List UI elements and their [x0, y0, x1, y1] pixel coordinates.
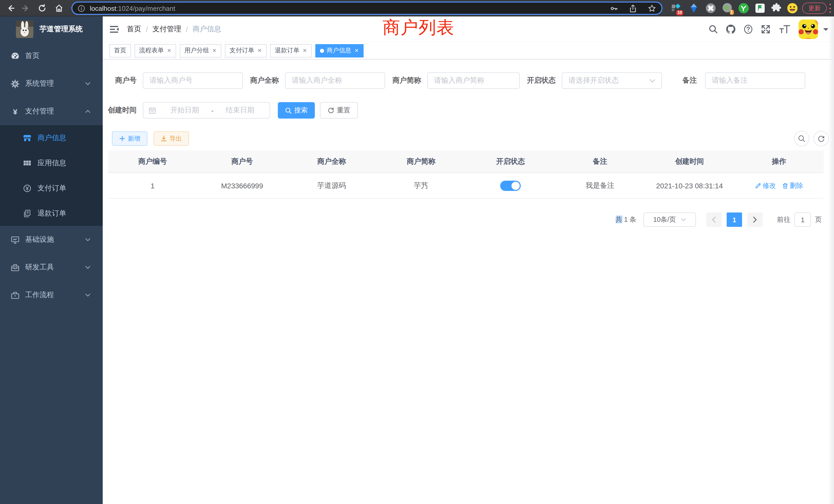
- extension-icon-2[interactable]: [688, 3, 699, 14]
- github-icon[interactable]: [726, 24, 736, 35]
- caret-down-icon[interactable]: [823, 28, 828, 33]
- fullscreen-icon[interactable]: [761, 24, 771, 35]
- sidebar-item-label: 工作流程: [25, 291, 54, 300]
- browser-update-button[interactable]: 更新: [802, 3, 827, 14]
- main-content: 商户号 请输入商户号 商户全称 请输入商户全称 商户简称 请输入商户简称 开启状…: [103, 60, 834, 504]
- sidebar-item-workflow[interactable]: 工作流程: [0, 281, 103, 309]
- tab-user-group[interactable]: 用户分组✕: [180, 44, 221, 57]
- search-icon[interactable]: [708, 24, 719, 35]
- sidebar-item-label: 支付订单: [38, 183, 66, 193]
- extension-badge: 10: [676, 10, 683, 16]
- merchant-table: 商户编号 商户号 商户全称 商户简称 开启状态 备注 创建时间 操作 1 M23…: [108, 151, 824, 199]
- help-icon[interactable]: [743, 24, 753, 35]
- close-icon[interactable]: ✕: [354, 48, 359, 53]
- extension-icon-5[interactable]: [738, 3, 749, 14]
- site-info-icon[interactable]: [78, 4, 85, 12]
- add-button[interactable]: 新增: [112, 131, 147, 146]
- browser-menu-icon[interactable]: [829, 4, 831, 13]
- sidebar-item-app-info[interactable]: 应用信息: [0, 151, 103, 176]
- password-key-icon[interactable]: [610, 4, 618, 13]
- tab-merchant-info[interactable]: 商户信息✕: [315, 44, 364, 57]
- extension-icon-1[interactable]: 10: [671, 3, 682, 14]
- remark-input[interactable]: 请输入备注: [705, 72, 805, 89]
- logo-image: [16, 21, 34, 38]
- extension-icon-3[interactable]: [705, 3, 717, 14]
- reset-button[interactable]: 重置: [320, 102, 358, 118]
- page-size-select[interactable]: 10条/页: [643, 212, 696, 227]
- app-logo[interactable]: 芋道管理系统: [0, 17, 103, 42]
- tab-home[interactable]: 首页: [109, 44, 131, 57]
- share-icon[interactable]: [629, 4, 637, 13]
- sidebar-item-label: 系统管理: [25, 79, 54, 88]
- chevron-down-icon: [85, 238, 90, 241]
- col-merchant-id: 商户编号: [108, 151, 197, 173]
- briefcase-icon: [11, 291, 20, 299]
- browser-reload-icon[interactable]: [38, 4, 47, 13]
- search-button[interactable]: 搜索: [278, 102, 315, 118]
- tab-refund-order[interactable]: 退款订单✕: [270, 44, 312, 57]
- address-bar[interactable]: localhost:1024/pay/merchant: [71, 2, 662, 15]
- full-name-input[interactable]: 请输入商户全称: [285, 72, 385, 89]
- sidebar-item-payment[interactable]: ¥ 支付管理: [0, 97, 103, 125]
- url-text[interactable]: localhost:1024/pay/merchant: [90, 4, 175, 12]
- refresh-icon: [328, 107, 334, 114]
- tab-process-form[interactable]: 流程表单✕: [135, 44, 176, 57]
- date-start-placeholder[interactable]: 开始日期: [160, 106, 209, 115]
- coin-yen-icon: [23, 184, 31, 192]
- tab-pay-order[interactable]: 支付订单✕: [225, 44, 266, 57]
- sidebar-item-label: 退款订单: [38, 209, 66, 218]
- sidebar: 芋道管理系统 首页 系统管理 ¥ 支付管理: [0, 17, 103, 504]
- page-overlay-title: 商户列表: [382, 16, 455, 40]
- sidebar-item-pay-order[interactable]: 支付订单: [0, 176, 103, 201]
- table-refresh-button[interactable]: [813, 131, 829, 146]
- chevron-down-icon: [681, 218, 686, 221]
- extension-icon-4[interactable]: 1: [722, 3, 733, 14]
- close-icon[interactable]: ✕: [167, 48, 172, 53]
- status-select[interactable]: 请选择开启状态: [562, 72, 662, 89]
- sidebar-item-refund-order[interactable]: 退款订单: [0, 201, 103, 226]
- scrollbar-gutter: [828, 17, 834, 504]
- prev-page-button[interactable]: [706, 212, 722, 227]
- profile-avatar-icon[interactable]: [787, 3, 798, 14]
- browser-back-icon[interactable]: [6, 4, 16, 13]
- close-icon[interactable]: ✕: [303, 48, 307, 53]
- sidebar-item-infrastructure[interactable]: 基础设施: [0, 226, 103, 254]
- sidebar-item-dev-tools[interactable]: 研发工具: [0, 254, 103, 281]
- sidebar-fold-icon[interactable]: [109, 24, 119, 35]
- date-end-placeholder[interactable]: 结束日期: [215, 106, 264, 115]
- table-search-toggle-button[interactable]: [794, 131, 809, 146]
- sidebar-item-home[interactable]: 首页: [0, 42, 103, 70]
- browser-home-icon[interactable]: [54, 4, 64, 13]
- sidebar-item-merchant-info[interactable]: 商户信息: [0, 125, 103, 151]
- page-number-1[interactable]: 1: [727, 212, 742, 227]
- dashboard-icon: [11, 51, 20, 60]
- user-avatar[interactable]: [798, 20, 818, 39]
- sidebar-item-system[interactable]: 系统管理: [0, 70, 103, 97]
- breadcrumb-home[interactable]: 首页: [127, 25, 141, 34]
- col-short-name: 商户简称: [376, 151, 466, 173]
- merchant-no-input[interactable]: 请输入商户号: [143, 72, 243, 89]
- next-page-button[interactable]: [747, 212, 763, 227]
- breadcrumb-payment[interactable]: 支付管理: [153, 25, 181, 34]
- monitor-icon: [11, 235, 20, 244]
- calendar-icon: [148, 107, 156, 114]
- short-name-input[interactable]: 请输入商户简称: [427, 72, 520, 89]
- bookmark-star-icon[interactable]: [648, 4, 656, 13]
- breadcrumb-current: 商户信息: [193, 25, 221, 34]
- create-time-range-input[interactable]: 开始日期 - 结束日期: [143, 102, 270, 118]
- extension-icon-6[interactable]: [754, 3, 766, 14]
- chevron-down-icon: [650, 79, 655, 83]
- font-size-icon[interactable]: [778, 24, 791, 35]
- edit-link[interactable]: 修改: [755, 181, 776, 190]
- status-label: 开启状态: [527, 76, 556, 85]
- extensions-puzzle-icon[interactable]: [771, 3, 782, 14]
- gear-icon: [11, 79, 20, 88]
- export-button[interactable]: 导出: [154, 131, 189, 146]
- browser-forward-icon[interactable]: [21, 4, 30, 13]
- close-icon[interactable]: ✕: [257, 48, 262, 53]
- status-toggle[interactable]: [500, 180, 521, 191]
- delete-link[interactable]: 删除: [782, 181, 803, 190]
- close-icon[interactable]: ✕: [212, 48, 217, 53]
- payment-submenu: 商户信息 应用信息 支付订单 退款订单: [0, 125, 103, 226]
- jump-page-input[interactable]: 1: [794, 212, 811, 227]
